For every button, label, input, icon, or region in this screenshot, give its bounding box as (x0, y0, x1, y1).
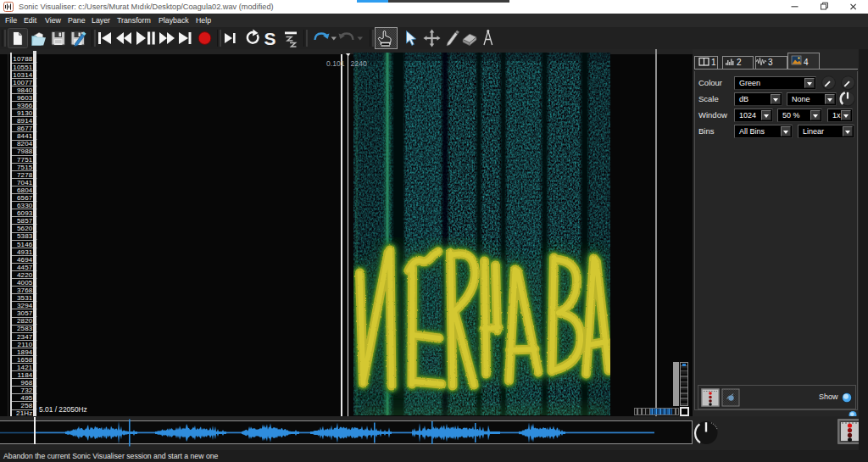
svg-text:2: 2 (737, 58, 742, 67)
svg-text:3: 3 (768, 58, 773, 67)
svg-text:4: 4 (804, 58, 809, 67)
svg-text:1: 1 (711, 58, 716, 67)
svg-text:S: S (264, 29, 276, 48)
